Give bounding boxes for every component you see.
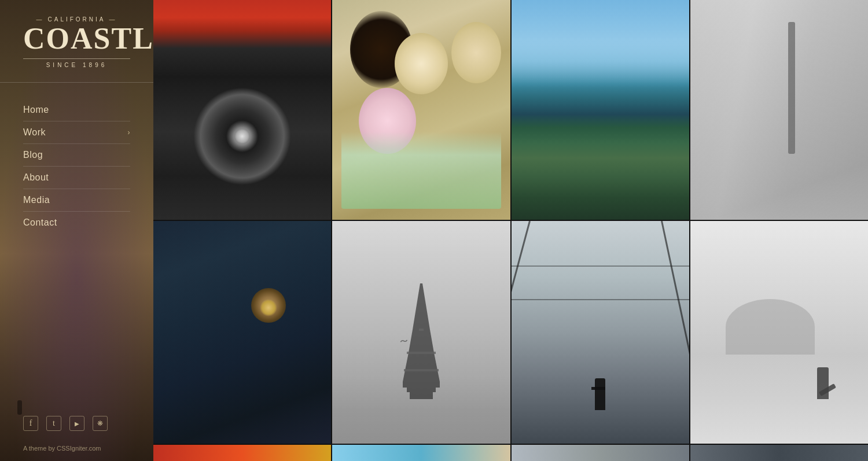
nav-label-blog: Blog [23,150,43,160]
sidebar-content: CALIFORNIA COASTLINE SINCE 1896 Home Wor… [0,0,153,461]
street-image [690,0,868,220]
grid-cell-wheel[interactable] [153,0,331,220]
grid-strip-2[interactable] [332,445,510,461]
social-icons: f t ▶ ❋ [0,407,153,440]
logo-area: CALIFORNIA COASTLINE SINCE 1896 [0,0,153,83]
svg-rect-8 [407,352,436,354]
nav-label-about: About [23,172,49,183]
beach-guitar-image [690,221,868,444]
svg-rect-6 [410,392,433,399]
nav-item-about[interactable]: About [23,167,130,189]
svg-rect-5 [407,388,436,392]
youtube-icon[interactable]: ▶ [69,416,84,431]
eiffel-image: 〜 [332,221,510,444]
svg-marker-0 [413,283,430,330]
grid-cell-street[interactable] [690,0,868,220]
grid-strip-3[interactable] [512,445,689,461]
logo-main-text: COASTLINE [23,24,130,54]
svg-rect-9 [404,369,439,371]
nav-arrow-work: › [128,128,131,137]
station-image [512,221,689,444]
dribbble-icon[interactable]: ❋ [93,416,108,431]
grid-strip-1[interactable] [153,445,331,461]
grid-cell-macarons[interactable] [332,0,510,220]
nav-item-contact[interactable]: Contact [23,212,130,234]
door-image [153,221,331,444]
footer-credit: A theme by CSSIgniter.com [0,440,153,461]
wheel-image [153,0,331,220]
grid-cell-door[interactable] [153,221,331,444]
nav-label-media: Media [23,195,50,205]
nav-item-blog[interactable]: Blog [23,144,130,167]
logo-since-text: SINCE 1896 [23,62,130,68]
svg-rect-4 [403,382,440,388]
sidebar: CALIFORNIA COASTLINE SINCE 1896 Home Wor… [0,0,153,461]
svg-marker-2 [405,353,437,370]
svg-rect-7 [419,329,424,331]
coastline-image [512,0,689,220]
twitter-icon[interactable]: t [46,416,61,431]
nav-label-work: Work [23,127,46,138]
macarons-image [332,0,510,220]
grid-strip-4[interactable] [690,445,868,461]
main-nav: Home Work › Blog About Media Contact [0,85,153,253]
grid-cell-beach[interactable] [690,221,868,444]
photo-grid: 〜 [153,0,868,461]
svg-marker-3 [403,370,440,382]
nav-label-contact: Contact [23,217,57,228]
grid-cell-eiffel[interactable]: 〜 [332,221,510,444]
nav-item-work[interactable]: Work › [23,121,130,144]
logo-divider [23,58,130,59]
nav-item-media[interactable]: Media [23,189,130,212]
facebook-icon[interactable]: f [23,416,38,431]
grid-cell-coastline[interactable] [512,0,689,220]
grid-cell-station[interactable] [512,221,689,444]
svg-marker-1 [409,330,434,353]
nav-label-home: Home [23,105,49,115]
nav-item-home[interactable]: Home [23,99,130,121]
